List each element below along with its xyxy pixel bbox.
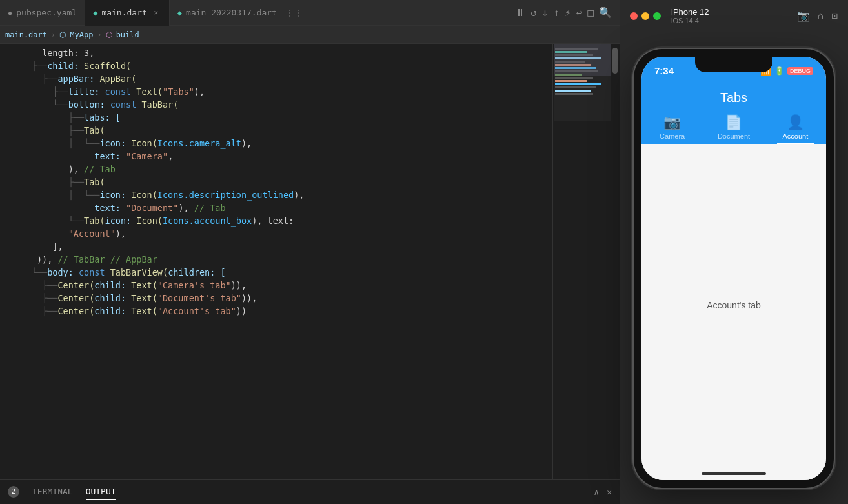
screenshot-icon[interactable]: 📷	[797, 10, 810, 22]
device-toolbar-icons: 📷 ⌂ ⊡	[797, 10, 838, 22]
account-tab-icon: 👤	[787, 114, 804, 131]
breadcrumb: main.dart › ⬡ MyApp › ⬡ build	[0, 26, 620, 44]
toolbar-icons: ⏸ ↺ ↓ ↑ ⚡ ↩ □ 🔍	[507, 6, 620, 19]
home-indicator[interactable]	[641, 467, 826, 480]
tab-main-old-label: main_20220317.dart	[186, 8, 277, 17]
code-line-13: text: "Document"), // Tab	[0, 201, 552, 214]
code-line-12: │ └──icon: Icon(Icons.description_outlin…	[0, 188, 552, 201]
square-icon[interactable]: □	[587, 6, 594, 19]
bottom-panel: 2 TERMINAL OUTPUT ∧ ✕	[0, 479, 620, 504]
device-name: iPhone 12	[671, 7, 709, 17]
app-tab-account[interactable]: 👤 Account	[765, 109, 826, 144]
code-line-14: └──Tab(icon: Icon(Icons.account_box), te…	[0, 214, 552, 227]
reload-icon[interactable]: ↺	[530, 6, 537, 19]
device-header: iPhone 12 iOS 14.4 📷 ⌂ ⊡	[620, 0, 848, 32]
panel-controls: ∧ ✕	[594, 487, 612, 497]
code-line-1: length: 3,	[0, 46, 552, 59]
terminal-tab-label: TERMINAL	[32, 487, 73, 496]
app-tab-document[interactable]: 📄 Document	[703, 109, 764, 144]
tab-main-old[interactable]: ◆ main_20220317.dart	[170, 0, 285, 26]
debug-badge: DEBUG	[787, 67, 813, 75]
breadcrumb-myapp[interactable]: MyApp	[70, 30, 93, 39]
output-tab-label: OUTPUT	[86, 487, 116, 496]
code-line-20: ├──Center(child: Text("Document's tab"))…	[0, 292, 552, 305]
scrollbar-thumb[interactable]	[612, 48, 618, 74]
rotate-icon[interactable]: ⊡	[831, 10, 838, 22]
iphone-notch	[695, 57, 772, 72]
minimap-highlight	[554, 44, 611, 76]
lightning-icon[interactable]: ⚡	[565, 6, 571, 19]
code-line-16: ],	[0, 240, 552, 253]
camera-tab-icon: 📷	[663, 114, 681, 131]
breadcrumb-icon2: ⬡	[106, 30, 112, 39]
account-tab-label: Account	[782, 132, 808, 140]
terminal-tab-badge: 2	[8, 483, 19, 501]
tab-main-dart-label: main.dart	[101, 8, 146, 17]
search-icon[interactable]: 🔍	[599, 6, 612, 19]
tab-yaml-label: pubspec.yaml	[16, 8, 77, 17]
editor-panel: ◆ pubspec.yaml ◆ main.dart ✕ ◆ main_2022…	[0, 0, 620, 504]
code-line-5: └──bottom: const TabBar(	[0, 98, 552, 111]
iphone-frame: 7:34 📶 🔋 DEBUG Tabs 📷 Camera	[634, 49, 834, 488]
camera-tab-label: Camera	[660, 132, 685, 140]
battery-icon: 🔋	[774, 66, 784, 76]
app-tab-camera[interactable]: 📷 Camera	[641, 109, 703, 144]
iphone-screen: 7:34 📶 🔋 DEBUG Tabs 📷 Camera	[641, 57, 826, 480]
tab-separator: ⋮⋮	[285, 0, 303, 26]
tab-content-text: Account's tab	[707, 300, 761, 310]
download-icon[interactable]: ↓	[542, 6, 549, 19]
tab-close-icon[interactable]: ✕	[151, 8, 161, 18]
vertical-scrollbar[interactable]	[611, 44, 620, 479]
code-line-2: ├──child: Scaffold(	[0, 59, 552, 72]
code-line-8: │ └──icon: Icon(Icons.camera_alt),	[0, 137, 552, 150]
code-line-18: └──body: const TabBarView(children: [	[0, 266, 552, 279]
breadcrumb-sep1: ›	[51, 30, 56, 39]
undo-icon[interactable]: ↩	[576, 6, 583, 19]
code-line-4: ├──title: const Text("Tabs"),	[0, 85, 552, 98]
pause-icon[interactable]: ⏸	[515, 6, 525, 19]
terminal-tab[interactable]: TERMINAL	[32, 484, 73, 500]
device-name-area: iPhone 12 iOS 14.4	[671, 7, 709, 25]
panel-close-icon[interactable]: ✕	[607, 487, 612, 497]
code-line-21: ├──Center(child: Text("Account's tab"))	[0, 305, 552, 318]
iphone-wrapper: 7:34 📶 🔋 DEBUG Tabs 📷 Camera	[620, 32, 848, 504]
home-icon[interactable]: ⌂	[818, 10, 824, 22]
code-line-7: ├──Tab(	[0, 124, 552, 137]
home-bar	[702, 472, 766, 475]
code-content[interactable]: length: 3, ├──child: Scaffold( ├──appBar…	[0, 44, 552, 479]
output-tab[interactable]: OUTPUT	[86, 484, 116, 500]
breadcrumb-icon1: ⬡	[59, 30, 66, 39]
device-os: iOS 14.4	[671, 17, 709, 25]
app-title: Tabs	[641, 85, 826, 109]
dot-yellow[interactable]	[641, 12, 649, 20]
code-line-15: "Account"),	[0, 227, 552, 240]
tab-yaml[interactable]: ◆ pubspec.yaml	[0, 0, 85, 26]
app-bar: Tabs 📷 Camera 📄 Document 👤 Account	[641, 85, 826, 144]
code-line-6: ├──tabs: [	[0, 111, 552, 124]
dot-green[interactable]	[653, 12, 661, 20]
code-line-19: ├──Center(child: Text("Camera's tab")),	[0, 279, 552, 292]
app-tab-bar: 📷 Camera 📄 Document 👤 Account	[641, 109, 826, 144]
dot-red[interactable]	[630, 12, 638, 20]
device-panel: iPhone 12 iOS 14.4 📷 ⌂ ⊡ 7:34 📶 🔋 DEBUG	[620, 0, 848, 504]
terminal-badge: 2	[8, 486, 19, 498]
minimap[interactable]	[552, 44, 611, 479]
breadcrumb-file[interactable]: main.dart	[5, 30, 47, 39]
code-line-3: ├──appBar: AppBar(	[0, 72, 552, 85]
code-line-17: )), // TabBar // AppBar	[0, 253, 552, 266]
upload-icon[interactable]: ↑	[553, 6, 560, 19]
tab-content-area: Account's tab	[641, 144, 826, 467]
status-time: 7:34	[654, 65, 674, 76]
code-line-9: text: "Camera",	[0, 150, 552, 163]
tab-main-dart[interactable]: ◆ main.dart ✕	[85, 0, 170, 26]
document-tab-icon: 📄	[725, 114, 742, 131]
breadcrumb-sep2: ›	[97, 30, 101, 39]
window-dots	[630, 12, 661, 20]
document-tab-label: Document	[718, 132, 750, 140]
panel-collapse-icon[interactable]: ∧	[594, 487, 599, 497]
editor-tab-bar: ◆ pubspec.yaml ◆ main.dart ✕ ◆ main_2022…	[0, 0, 620, 26]
code-line-10: ), // Tab	[0, 163, 552, 176]
breadcrumb-build[interactable]: build	[116, 30, 139, 39]
code-line-11: ├──Tab(	[0, 176, 552, 188]
code-area: length: 3, ├──child: Scaffold( ├──appBar…	[0, 44, 620, 479]
